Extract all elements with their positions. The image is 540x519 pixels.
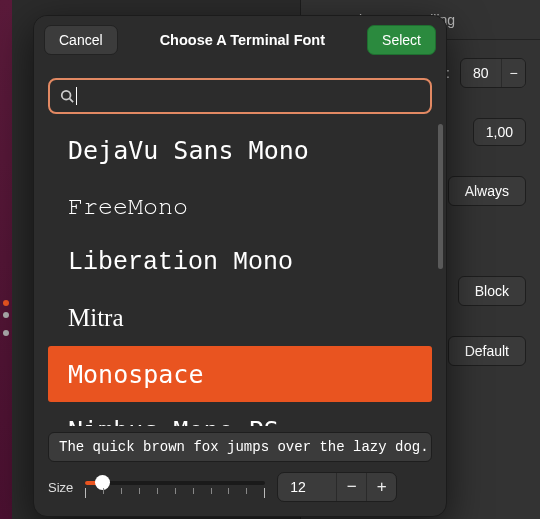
font-item[interactable]: Mitra: [48, 290, 432, 346]
bg-columns-value: 80: [461, 60, 501, 86]
bg-cursor-dropdown[interactable]: Always: [448, 176, 526, 206]
font-list[interactable]: DejaVu Sans MonoFreeMonoLiberation MonoM…: [34, 122, 446, 426]
font-item[interactable]: Liberation Mono: [48, 234, 432, 290]
slider-track: [85, 481, 265, 485]
bg-ratio-value: 1,00: [474, 119, 525, 145]
font-chooser-dialog: Cancel Choose A Terminal Font Select Dej…: [33, 15, 447, 517]
font-item[interactable]: Monospace: [48, 346, 432, 402]
search-field[interactable]: [83, 88, 420, 105]
bg-palette-dropdown[interactable]: Default: [448, 336, 526, 366]
scrollbar-thumb[interactable]: [438, 124, 443, 269]
bg-ratio-spinner[interactable]: 1,00: [473, 118, 526, 146]
dialog-title: Choose A Terminal Font: [160, 32, 325, 48]
size-plus-button[interactable]: +: [366, 472, 396, 502]
size-slider[interactable]: [85, 473, 265, 501]
svg-line-1: [70, 99, 74, 103]
size-minus-button[interactable]: −: [336, 472, 366, 502]
svg-point-0: [62, 91, 71, 100]
dock-indicator: [3, 300, 9, 306]
font-preview[interactable]: The quick brown fox jumps over the lazy …: [48, 432, 432, 462]
bg-columns-spinner[interactable]: 80 −: [460, 58, 526, 88]
size-label: Size: [48, 480, 73, 495]
select-button[interactable]: Select: [367, 25, 436, 55]
font-item[interactable]: FreeMono: [48, 178, 432, 234]
search-icon: [60, 89, 74, 103]
bg-shape-dropdown[interactable]: Block: [458, 276, 526, 306]
dialog-header: Cancel Choose A Terminal Font Select: [34, 16, 446, 64]
slider-ticks: [85, 488, 265, 498]
font-search-input[interactable]: [48, 78, 432, 114]
font-item[interactable]: Nimbus Mono PS: [48, 402, 432, 426]
ubuntu-dock: [0, 0, 12, 519]
minus-icon[interactable]: −: [501, 59, 525, 87]
size-spinner[interactable]: 12 − +: [277, 472, 397, 502]
text-caret: [76, 87, 77, 105]
font-item[interactable]: DejaVu Sans Mono: [48, 122, 432, 178]
cancel-button[interactable]: Cancel: [44, 25, 118, 55]
size-value: 12: [278, 479, 336, 495]
